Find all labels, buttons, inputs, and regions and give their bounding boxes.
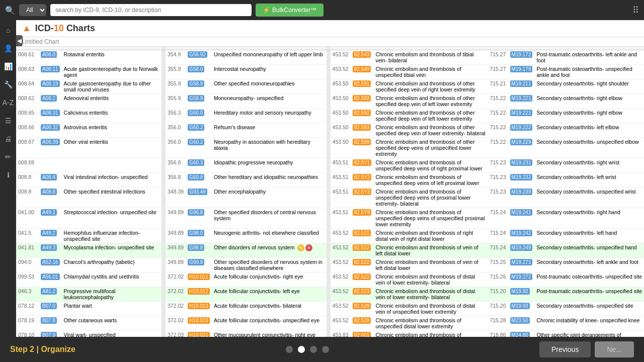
cell-icd10r: 82.601 [351, 331, 374, 337]
cell-desc3: Chronic embolism and thrombosis of unspe… [373, 188, 488, 208]
cell-desc1: Chlamydial cystitis and urethritis [62, 273, 162, 287]
cell-icd10m: G58.0 [186, 65, 212, 79]
edit-delete-icon[interactable]: ✕ [305, 244, 312, 251]
cell-icd10r: 82.529 [351, 302, 374, 316]
cell-icd10m: H10.019 [186, 316, 212, 331]
cell-desc3: Chronic embolism and thrombosis of tibia… [373, 50, 488, 65]
cell-num1: 349.89 [166, 243, 186, 258]
cell-num3: 715.23 [488, 188, 508, 208]
cell-desc2: Idiopathic progressive neuropathy [212, 158, 327, 173]
cell-icd10r2: M19.92 [508, 287, 535, 302]
cell-icd10r: 82.592 [351, 94, 374, 109]
sidebar-icon-chart[interactable]: 📊 [2, 60, 15, 72]
col-sep [162, 173, 166, 188]
cell-desc3: Chronic embolism and thrombosis of other… [373, 138, 488, 158]
col-header-icd10m [186, 47, 212, 50]
col-sep2 [327, 188, 331, 208]
next-button[interactable]: Ne... [595, 341, 634, 357]
cell-desc1: Other viral enteritis [62, 138, 162, 158]
col-sep2 [327, 331, 331, 337]
sidebar-icon-tool[interactable]: 🔧 [2, 78, 15, 90]
cell-code1: 008.63 [16, 65, 39, 79]
col-header-desc3 [373, 47, 488, 50]
sidebar-icon-home[interactable]: ⌂ [4, 24, 12, 36]
cell-code1: 008.64 [16, 79, 39, 94]
cell-icd10m: H10.021 [186, 331, 212, 337]
sidebar-icon-list[interactable]: ☰ [3, 115, 14, 127]
cell-icd10r2: M19.172 [508, 50, 535, 65]
cell-num2: 453.50 [331, 94, 351, 109]
cell-icd9: A08.2 [39, 94, 62, 109]
cell-num3: 715.27 [488, 50, 508, 65]
cell-desc4: Secondary osteoarthritis- unspecified wr… [534, 188, 644, 208]
col-sep [162, 79, 166, 94]
table-row: 008.61 A08.0 Rotaviral enteritis 354.9 G… [16, 50, 644, 65]
table-container[interactable]: 008.61 A08.0 Rotaviral enteritis 354.9 G… [16, 47, 644, 337]
cell-desc1: Viral intestinal infection- unspecified [62, 173, 162, 188]
cell-num3: 715.28 [488, 316, 508, 331]
edit-pencil-icon[interactable]: ✎ [297, 244, 304, 251]
col-sep2 [327, 287, 331, 302]
table-row: 008.8 A08.8 Other specified intestinal i… [16, 188, 644, 208]
collapse-sidebar-button[interactable]: ◀ [16, 35, 23, 46]
cell-icd9: A08.8 [39, 188, 62, 208]
cell-code1: 041.81 [16, 243, 39, 258]
cell-desc2: Other specified mononeuropathies [212, 79, 327, 94]
cell-desc3: Chronic embolism and thrombosis of vein … [373, 258, 488, 273]
cell-num1: 372.02 [166, 273, 186, 287]
col-sep [162, 123, 166, 138]
cell-desc3: Chronic embolism and thrombosis of unspe… [373, 65, 488, 79]
sidebar-icon-print[interactable]: 🖨 [3, 133, 14, 145]
col-header-icd10r [351, 47, 374, 50]
search-input[interactable] [50, 4, 252, 16]
sidebar-icon-info[interactable]: ℹ [5, 169, 12, 181]
bulk-converter-button[interactable]: ⚡ BulkConverter™ [256, 4, 324, 17]
cell-desc4: Secondary osteoarthritis- right elbow [534, 94, 644, 109]
table-row: 078.19 B07.8 Other cutaneous warts 372.0… [16, 316, 644, 331]
cell-desc1: Calicivirus enteritis [62, 109, 162, 123]
sidebar-icon-person[interactable]: 👤 [2, 42, 15, 54]
cell-desc3: Chronic embolism and thrombosis of dista… [373, 273, 488, 287]
cell-code1: 046.3 [16, 287, 39, 302]
cell-num1: 354.9 [166, 50, 186, 65]
cell-desc1: Viral wart- unspecified [62, 331, 162, 337]
col-sep2 [327, 158, 331, 173]
cell-desc1: Mycoplasma infection- unspecified site [62, 243, 162, 258]
table-row: 008.63 A08.11 Acute gastroenteropathy du… [16, 65, 644, 79]
col-sep2 [327, 94, 331, 109]
table-body: 008.61 A08.0 Rotaviral enteritis 354.9 G… [16, 50, 644, 337]
cell-num1: 349.89 [166, 258, 186, 273]
cell-icd10m: G60.8 [186, 173, 212, 188]
col-sep [162, 188, 166, 208]
cell-desc4: Secondary osteoarthritis- left wrist [534, 173, 644, 188]
cell-num2: 453.50 [331, 138, 351, 158]
col-sep [162, 109, 166, 123]
table-row: 046.3 A81.2 Progressive multifocal leuko… [16, 287, 644, 302]
cell-num2: 453.83 [331, 331, 351, 337]
cell-desc1: Rotaviral enteritis [62, 50, 162, 65]
sidebar-icon-az[interactable]: A-Z [1, 97, 16, 109]
cell-num1: 355.9 [166, 65, 186, 79]
cell-num3: 715.24 [488, 208, 508, 229]
sidebar-icon-edit[interactable]: ✏ [3, 151, 13, 163]
cell-icd10r2: M23.50 [508, 316, 535, 331]
cell-icd10m: G56.92 [186, 50, 212, 65]
cell-icd10m: G58.9 [186, 79, 212, 94]
cell-icd10r: 82.593 [351, 123, 374, 138]
cell-num3: 715.23 [488, 158, 508, 173]
step-dot-2[interactable] [298, 346, 305, 353]
cell-icd10m: G60.2 [186, 138, 212, 158]
cell-desc4: Chronic instability of knee- unspecified… [534, 316, 644, 331]
cell-icd9 [39, 158, 62, 173]
main-area: ⌂ 👤 📊 🔧 A-Z ☰ 🖨 ✏ ℹ ◀ ▲ ICD-10 Charts [0, 20, 644, 337]
step-dot-3[interactable] [310, 346, 317, 353]
step-dot-1[interactable] [286, 346, 293, 353]
cell-icd10m: G96.8 [186, 208, 212, 229]
top-dots: ⠿ [632, 5, 639, 16]
step-dot-4[interactable] [322, 346, 329, 353]
col-sep [162, 287, 166, 302]
filter-dropdown[interactable]: All [19, 4, 46, 16]
previous-button[interactable]: Previous [539, 341, 591, 357]
cell-code1: 008.65 [16, 109, 39, 123]
cell-num2: 453.51 [331, 188, 351, 208]
